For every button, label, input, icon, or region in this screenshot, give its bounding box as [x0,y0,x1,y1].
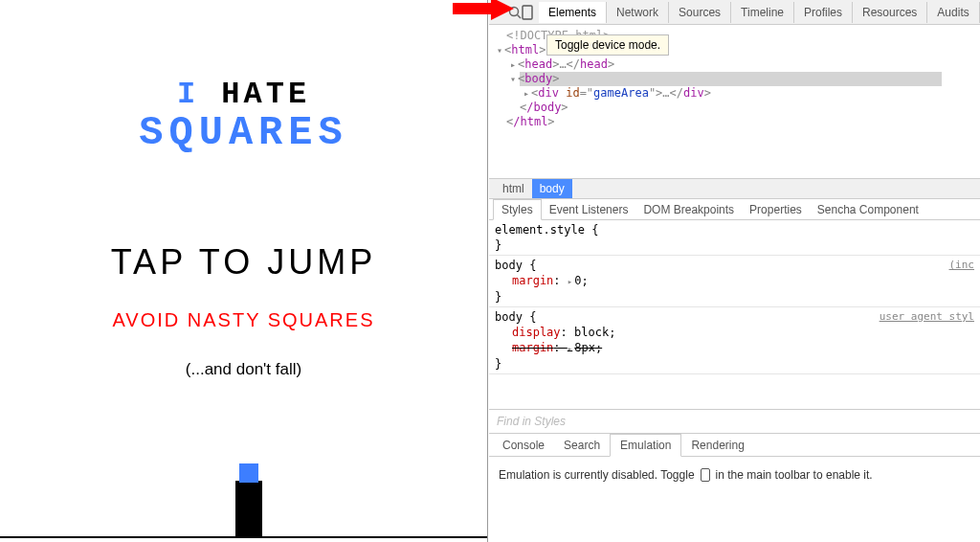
svg-rect-3 [523,6,532,19]
emulation-message: Emulation is currently disabled. Toggle … [489,457,980,493]
rule-ua-label: user agent styl [880,309,974,325]
tab-timeline[interactable]: Timeline [731,2,794,23]
devtools-toolbar: Elements Network Sources Timeline Profil… [489,0,980,25]
title-line-1: I HATE [0,77,487,112]
drawer-tab-rendering[interactable]: Rendering [681,435,753,456]
tab-resources[interactable]: Resources [853,2,927,23]
styles-tab-sencha[interactable]: Sencha Component [810,200,926,219]
drawer-tab-console[interactable]: Console [493,435,554,456]
dom-body-close[interactable]: </body> [506,101,980,115]
svg-marker-0 [453,0,514,20]
tab-audits[interactable]: Audits [927,2,979,23]
device-icon [701,468,710,482]
tab-profiles[interactable]: Profiles [794,2,853,23]
tab-network[interactable]: Network [607,2,669,23]
device-mode-icon[interactable] [522,4,533,21]
styles-tab-dom-bp[interactable]: DOM Breakpoints [635,200,742,219]
crumb-html[interactable]: html [495,179,532,198]
svg-line-2 [518,14,522,18]
dom-head[interactable]: <head>…</head> [506,57,980,72]
crumb-body[interactable]: body [532,179,572,198]
toolbar-tabs: Elements Network Sources Timeline Profil… [539,2,980,23]
find-in-styles[interactable]: Find in Styles [489,409,980,434]
dom-body[interactable]: <body> [506,72,980,86]
rule-body-ua[interactable]: user agent styl body { display: block; m… [489,307,980,374]
dom-breadcrumb: html body [489,178,980,199]
drawer-tab-search[interactable]: Search [554,435,610,456]
game-viewport[interactable]: I HATE SQUARES TAP TO JUMP AVOID NASTY S… [0,0,488,542]
tap-text: TAP TO JUMP [0,242,487,282]
ground-line [0,536,487,538]
player-head [239,463,258,483]
dom-gamearea[interactable]: <div id="gameArea">…</div> [506,86,980,101]
fall-text: (...and don't fall) [0,360,487,379]
title-hate: HATE [221,77,310,112]
styles-tab-props[interactable]: Properties [742,200,810,219]
emulation-msg-1: Emulation is currently disabled. Toggle [499,468,695,482]
instructions: TAP TO JUMP AVOID NASTY SQUARES (...and … [0,242,487,379]
rule-body-1[interactable]: (inc body { margin: 0; } [489,256,980,307]
drawer-tab-emulation[interactable]: Emulation [610,434,681,457]
drawer-tabbar: Console Search Emulation Rendering [489,434,980,457]
styles-content[interactable]: element.style { } (inc body { margin: 0;… [489,220,980,374]
styles-tabbar: Styles Event Listeners DOM Breakpoints P… [489,199,980,220]
tab-elements[interactable]: Elements [539,2,607,23]
styles-tab-events[interactable]: Event Listeners [542,200,636,219]
devtools-panel: Elements Network Sources Timeline Profil… [489,0,980,542]
title-line-2: SQUARES [0,110,487,156]
avoid-text: AVOID NASTY SQUARES [0,309,487,331]
tooltip-device-mode: Toggle device mode. [546,34,669,56]
tab-sources[interactable]: Sources [669,2,731,23]
annotation-arrow [453,0,514,29]
rule-element-style[interactable]: element.style { } [489,220,980,256]
game-title: I HATE SQUARES [0,77,487,156]
styles-tab-styles[interactable]: Styles [493,199,542,220]
player-body [235,481,262,536]
rule-source-link[interactable]: (inc [949,258,975,273]
title-i: I [177,77,199,112]
emulation-msg-2: in the main toolbar to enable it. [716,468,873,482]
dom-html-close[interactable]: </html> [506,115,980,129]
